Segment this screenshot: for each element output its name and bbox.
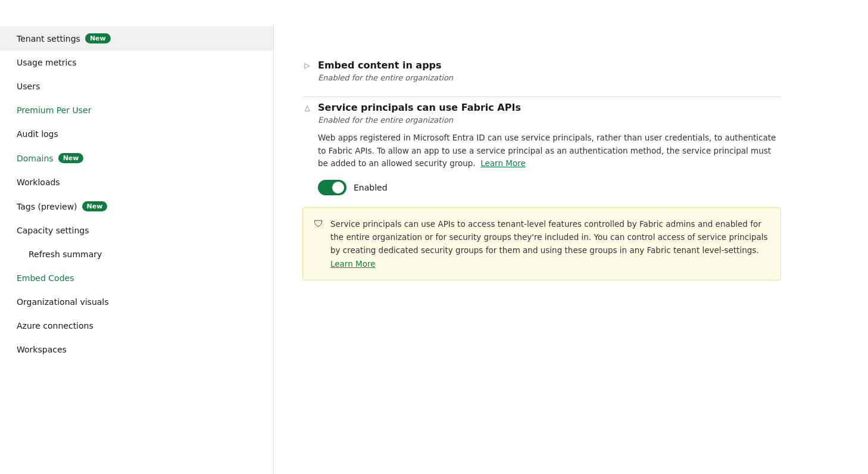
- embed-content-title: Embed content in apps: [318, 60, 442, 71]
- sidebar: Tenant settingsNewUsage metricsUsersPrem…: [0, 24, 274, 474]
- sidebar-item-tags-preview[interactable]: Tags (preview)New: [0, 194, 273, 219]
- new-badge-tags-preview: New: [82, 201, 108, 211]
- embed-content-expand-icon[interactable]: ▷: [302, 61, 312, 70]
- sidebar-item-azure-connections[interactable]: Azure connections: [0, 314, 273, 338]
- sidebar-item-label-refresh-summary: Refresh summary: [29, 250, 102, 259]
- info-box-text: Service principals can use APIs to acces…: [330, 217, 770, 270]
- sidebar-item-domains[interactable]: DomainsNew: [0, 146, 273, 170]
- sidebar-item-label-premium-per-user: Premium Per User: [17, 105, 91, 115]
- content-area: Tenant settingsNewUsage metricsUsersPrem…: [0, 24, 868, 474]
- sidebar-item-workspaces[interactable]: Workspaces: [0, 338, 273, 361]
- service-principals-item: △ Service principals can use Fabric APIs…: [302, 102, 781, 280]
- service-principals-header: △ Service principals can use Fabric APIs: [302, 102, 781, 113]
- new-badge-domains: New: [58, 153, 84, 163]
- sidebar-item-label-organizational-visuals: Organizational visuals: [17, 297, 109, 307]
- service-principals-expand-icon[interactable]: △: [302, 104, 312, 112]
- toggle-label: Enabled: [354, 183, 388, 192]
- sidebar-item-label-workspaces: Workspaces: [17, 345, 67, 354]
- sidebar-item-label-workloads: Workloads: [17, 177, 60, 187]
- page-container: Tenant settingsNewUsage metricsUsersPrem…: [0, 0, 868, 474]
- info-box: 🛡 Service principals can use APIs to acc…: [302, 207, 781, 280]
- toggle-row: Enabled: [318, 180, 781, 195]
- sidebar-item-label-usage-metrics: Usage metrics: [17, 58, 76, 67]
- sidebar-item-refresh-summary[interactable]: Refresh summary: [0, 242, 273, 266]
- sidebar-item-capacity-settings[interactable]: Capacity settings: [0, 219, 273, 242]
- sidebar-item-premium-per-user[interactable]: Premium Per User: [0, 98, 273, 122]
- embed-content-subtitle: Enabled for the entire organization: [318, 73, 781, 82]
- sidebar-item-embed-codes[interactable]: Embed Codes: [0, 266, 273, 290]
- enabled-toggle[interactable]: [318, 180, 346, 195]
- embed-content-header: ▷ Embed content in apps: [302, 60, 781, 71]
- sidebar-item-label-audit-logs: Audit logs: [17, 129, 58, 139]
- sidebar-item-users[interactable]: Users: [0, 74, 273, 98]
- new-badge-tenant-settings: New: [85, 33, 111, 43]
- shield-icon: 🛡: [314, 218, 323, 270]
- sidebar-item-label-tenant-settings: Tenant settings: [17, 34, 80, 43]
- sidebar-item-label-azure-connections: Azure connections: [17, 321, 93, 330]
- service-principals-description: Web apps registered in Microsoft Entra I…: [318, 132, 781, 170]
- sidebar-item-audit-logs[interactable]: Audit logs: [0, 122, 273, 146]
- service-principals-learn-more-link[interactable]: Learn More: [480, 158, 526, 168]
- embed-content-item: ▷ Embed content in apps Enabled for the …: [302, 60, 781, 82]
- info-box-learn-more-link[interactable]: Learn More: [330, 259, 376, 269]
- page-title: [0, 0, 868, 24]
- sidebar-item-workloads[interactable]: Workloads: [0, 170, 273, 194]
- service-principals-title: Service principals can use Fabric APIs: [318, 102, 521, 113]
- sidebar-item-label-tags-preview: Tags (preview): [17, 202, 77, 211]
- sidebar-item-label-users: Users: [17, 82, 40, 91]
- main-content: ▷ Embed content in apps Enabled for the …: [274, 24, 810, 474]
- sidebar-item-usage-metrics[interactable]: Usage metrics: [0, 51, 273, 74]
- divider-1: [302, 96, 781, 97]
- sidebar-item-label-domains: Domains: [17, 154, 54, 163]
- sidebar-item-tenant-settings[interactable]: Tenant settingsNew: [0, 26, 273, 51]
- sidebar-item-label-capacity-settings: Capacity settings: [17, 226, 89, 235]
- sidebar-item-organizational-visuals[interactable]: Organizational visuals: [0, 290, 273, 314]
- service-principals-subtitle: Enabled for the entire organization: [318, 116, 781, 124]
- sidebar-item-label-embed-codes: Embed Codes: [17, 273, 74, 283]
